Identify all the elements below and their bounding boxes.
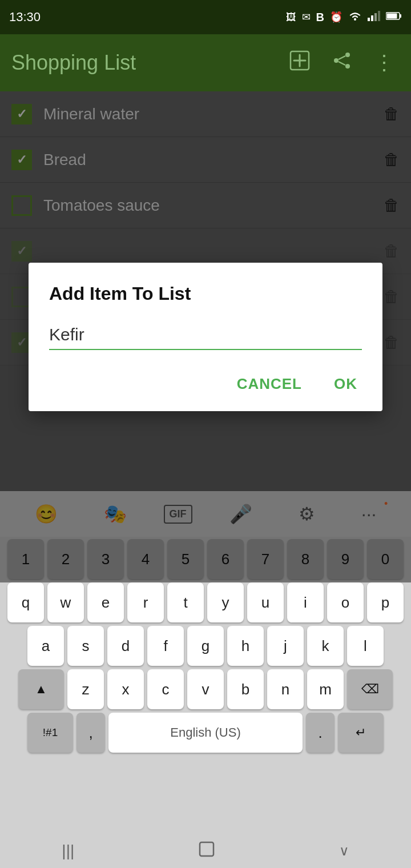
recent-nav-button[interactable]: ∨: [339, 843, 349, 859]
key-r[interactable]: r: [127, 582, 164, 622]
list-area: ✓ Mineral water 🗑 ✓ Bread 🗑 Tomatoes sau…: [0, 91, 411, 582]
key-c[interactable]: c: [147, 669, 184, 709]
key-y[interactable]: y: [207, 582, 244, 622]
status-bar: 13:30 🖼 ✉ B ⏰: [0, 0, 411, 34]
asdf-row: a s d f g h j k l: [3, 626, 408, 666]
home-nav-button[interactable]: [198, 841, 215, 862]
add-item-button[interactable]: [285, 46, 315, 80]
toolbar: Shopping List ⋮: [0, 34, 411, 91]
svg-line-14: [339, 56, 345, 59]
key-l[interactable]: l: [347, 626, 384, 666]
item-name-input[interactable]: [49, 320, 362, 350]
svg-line-15: [339, 62, 345, 65]
svg-rect-3: [374, 13, 377, 21]
svg-point-13: [345, 64, 350, 69]
key-e[interactable]: e: [87, 582, 124, 622]
svg-rect-16: [200, 842, 213, 856]
dialog-overlay: Add Item To List CANCEL OK: [0, 91, 411, 582]
key-g[interactable]: g: [187, 626, 224, 666]
svg-rect-1: [368, 18, 370, 21]
status-time: 13:30: [9, 10, 41, 25]
backspace-key[interactable]: ⌫: [347, 669, 393, 709]
back-nav-button[interactable]: |||: [62, 842, 74, 860]
signal-icon: [368, 11, 380, 24]
battery-icon: [386, 11, 402, 23]
more-menu-button[interactable]: ⋮: [369, 46, 400, 79]
key-q[interactable]: q: [7, 582, 44, 622]
comma-key[interactable]: ,: [76, 713, 105, 753]
photo-icon: 🖼: [286, 11, 296, 23]
svg-point-0: [354, 18, 356, 21]
key-i[interactable]: i: [287, 582, 324, 622]
key-t[interactable]: t: [167, 582, 204, 622]
key-b[interactable]: b: [227, 669, 264, 709]
qwerty-row: q w e r t y u i o p: [3, 582, 408, 622]
share-button[interactable]: [328, 47, 356, 79]
key-m[interactable]: m: [307, 669, 344, 709]
key-n[interactable]: n: [267, 669, 304, 709]
add-item-dialog: Add Item To List CANCEL OK: [29, 263, 382, 411]
key-u[interactable]: u: [247, 582, 284, 622]
nav-bar: ||| ∨: [0, 834, 411, 868]
key-v[interactable]: v: [187, 669, 224, 709]
space-key[interactable]: English (US): [108, 713, 303, 753]
key-o[interactable]: o: [327, 582, 364, 622]
zxcv-row: ▲ z x c v b n m ⌫: [3, 669, 408, 709]
key-p[interactable]: p: [367, 582, 404, 622]
key-h[interactable]: h: [227, 626, 264, 666]
alarm-icon: ⏰: [330, 11, 342, 23]
svg-rect-7: [400, 14, 401, 18]
key-f[interactable]: f: [147, 626, 184, 666]
bottom-row: !#1 , English (US) . ↵: [3, 713, 408, 753]
b-icon: B: [316, 11, 324, 24]
shift-key[interactable]: ▲: [18, 669, 64, 709]
ok-button[interactable]: OK: [329, 368, 362, 400]
dialog-actions: CANCEL OK: [49, 368, 362, 400]
app-title: Shopping List: [11, 51, 285, 75]
dialog-input-wrapper: [49, 320, 362, 350]
status-icons: 🖼 ✉ B ⏰: [286, 11, 402, 24]
key-k[interactable]: k: [307, 626, 344, 666]
svg-rect-2: [371, 15, 373, 21]
dialog-title: Add Item To List: [49, 283, 362, 304]
key-s[interactable]: s: [67, 626, 104, 666]
key-a[interactable]: a: [27, 626, 64, 666]
svg-rect-6: [387, 13, 397, 18]
key-z[interactable]: z: [67, 669, 104, 709]
wifi-icon: [348, 11, 362, 24]
svg-point-11: [345, 53, 350, 57]
key-j[interactable]: j: [267, 626, 304, 666]
enter-key[interactable]: ↵: [338, 713, 384, 753]
key-w[interactable]: w: [47, 582, 84, 622]
key-d[interactable]: d: [107, 626, 144, 666]
svg-point-12: [334, 58, 339, 63]
svg-rect-4: [378, 11, 380, 21]
mail-icon: ✉: [302, 11, 311, 23]
toolbar-icons: ⋮: [285, 46, 400, 80]
symbols-key[interactable]: !#1: [27, 713, 73, 753]
cancel-button[interactable]: CANCEL: [232, 368, 307, 400]
period-key[interactable]: .: [306, 713, 335, 753]
key-x[interactable]: x: [107, 669, 144, 709]
